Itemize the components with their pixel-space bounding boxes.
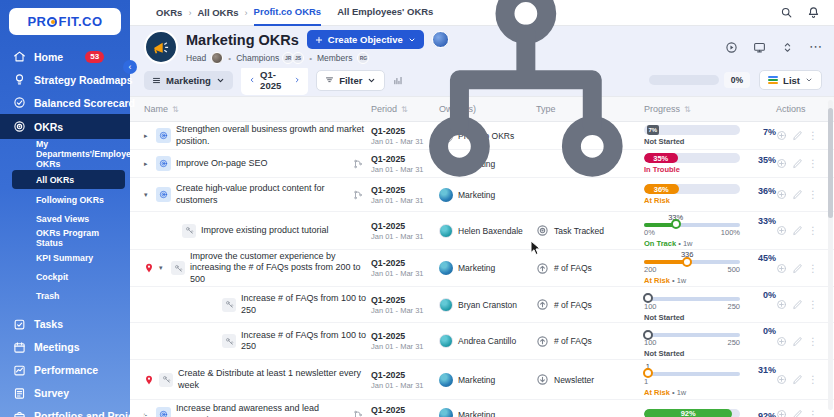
sidebar-item-performance[interactable]: Performance xyxy=(0,359,130,382)
sidebar-item-portfolios-and-projects[interactable]: Portfolios and Projects xyxy=(0,405,130,417)
progress-value: 36% xyxy=(740,184,776,196)
sidebar-subitem-saved-views[interactable]: Saved Views xyxy=(0,209,130,228)
filter-button[interactable]: Filter xyxy=(316,70,385,91)
sidebar-item-tasks[interactable]: Tasks xyxy=(0,313,130,336)
check-in-icon[interactable] xyxy=(776,263,787,274)
view-selector-button[interactable]: List xyxy=(759,70,822,90)
sidebar-collapse-button[interactable]: ‹ xyxy=(123,60,137,74)
alignment-icon[interactable] xyxy=(353,190,363,200)
okr-name[interactable]: Increase brand awareness and lead genera… xyxy=(176,403,348,417)
row-more-icon[interactable]: ⋮ xyxy=(808,130,818,141)
sidebar-item-home[interactable]: Home53 xyxy=(0,45,130,68)
edit-icon[interactable] xyxy=(792,336,803,347)
slider-handle[interactable] xyxy=(671,219,681,229)
owner-avatar[interactable] xyxy=(439,298,453,312)
owner-avatar[interactable] xyxy=(439,224,453,238)
row-more-icon[interactable]: ⋮ xyxy=(808,336,818,347)
slider-handle[interactable] xyxy=(643,293,653,303)
owner-avatar[interactable] xyxy=(439,373,453,387)
sidebar-subitem-following-okrs[interactable]: Following OKRs xyxy=(0,190,130,209)
alignment-icon[interactable] xyxy=(353,159,363,169)
slider-handle[interactable] xyxy=(643,330,653,340)
owner-avatar[interactable] xyxy=(439,334,453,348)
check-in-icon[interactable] xyxy=(776,158,787,169)
slider-handle[interactable] xyxy=(682,257,692,267)
member-avatar[interactable]: RG xyxy=(357,52,369,64)
champion-avatar[interactable]: JS xyxy=(292,52,304,64)
okr-name[interactable]: Strengthen overall business growth and m… xyxy=(176,124,371,147)
sort-icon[interactable]: ⇅ xyxy=(684,105,691,114)
sidebar-item-meetings[interactable]: Meetings xyxy=(0,336,130,359)
row-more-icon[interactable]: ⋮ xyxy=(808,225,818,236)
check-in-icon[interactable] xyxy=(776,374,787,385)
progress-marker[interactable]: 7% xyxy=(647,125,659,135)
search-icon[interactable] xyxy=(780,6,793,19)
sort-icon[interactable]: ⇅ xyxy=(172,105,179,114)
collapse-row-icon[interactable]: ▾ xyxy=(159,264,166,272)
expand-row-icon[interactable]: ▸ xyxy=(144,160,151,168)
row-more-icon[interactable]: ⋮ xyxy=(808,374,818,385)
row-more-icon[interactable]: ⋮ xyxy=(808,263,818,274)
row-more-icon[interactable]: ⋮ xyxy=(808,189,818,200)
breadcrumb-item[interactable]: OKRs xyxy=(156,7,182,18)
sidebar-subitem-cockpit[interactable]: Cockpit xyxy=(0,268,130,287)
more-options-icon[interactable]: ⋯ xyxy=(809,42,822,52)
sidebar-item-survey[interactable]: Survey xyxy=(0,382,130,405)
okr-name[interactable]: Increase # of FAQs from 100 to 250 xyxy=(241,293,371,316)
owner-avatar[interactable] xyxy=(439,408,453,417)
profit-co-logo[interactable]: PRFIT.CO xyxy=(9,8,121,35)
edit-icon[interactable] xyxy=(792,409,803,417)
okr-name[interactable]: Create high-value product content for cu… xyxy=(176,183,348,206)
alignment-icon[interactable] xyxy=(353,410,363,417)
check-in-icon[interactable] xyxy=(776,299,787,310)
edit-icon[interactable] xyxy=(792,158,803,169)
edit-icon[interactable] xyxy=(792,225,803,236)
sidebar-item-strategy-roadmaps[interactable]: Strategy Roadmaps xyxy=(0,68,130,91)
check-in-icon[interactable] xyxy=(776,409,787,417)
sidebar-item-okrs[interactable]: OKRs xyxy=(0,114,130,139)
owner-avatar[interactable] xyxy=(439,261,453,275)
sidebar-subitem-all-okrs[interactable]: All OKRs xyxy=(12,170,125,189)
period-label[interactable]: Q1-2025 xyxy=(260,69,289,91)
okr-name[interactable]: Improve On-page SEO xyxy=(176,158,268,169)
team-selector-button[interactable]: Marketing xyxy=(144,71,233,90)
check-in-icon[interactable] xyxy=(776,225,787,236)
edit-icon[interactable] xyxy=(792,130,803,141)
expand-collapse-icon[interactable] xyxy=(781,41,794,54)
row-more-icon[interactable]: ⋮ xyxy=(808,299,818,310)
expand-row-icon[interactable]: ▸ xyxy=(144,132,151,140)
edit-icon[interactable] xyxy=(792,189,803,200)
slider-handle[interactable] xyxy=(643,368,653,378)
next-period-icon[interactable] xyxy=(294,76,300,84)
collapse-row-icon[interactable]: ▾ xyxy=(144,191,151,199)
alignment-tree-icon[interactable]: 0 xyxy=(412,0,640,194)
tab-profit-co-okrs[interactable]: Profit.co OKRs xyxy=(254,0,322,26)
bell-icon[interactable] xyxy=(807,6,820,19)
check-in-icon[interactable] xyxy=(776,189,787,200)
check-in-icon[interactable] xyxy=(776,130,787,141)
row-more-icon[interactable]: ⋮ xyxy=(808,158,818,169)
insights-chart-icon[interactable] xyxy=(393,74,403,87)
sidebar-item-balanced-scorecard[interactable]: Balanced Scorecard xyxy=(0,91,130,114)
scrollbar-thumb[interactable] xyxy=(828,108,833,218)
row-more-icon[interactable]: ⋮ xyxy=(808,409,818,417)
check-in-icon[interactable] xyxy=(776,336,787,347)
sidebar-subitem-okrs-program-status[interactable]: OKRs Program Status xyxy=(0,228,130,248)
sort-icon[interactable]: ⇅ xyxy=(401,105,408,114)
okr-name[interactable]: Improve the customer experience by incre… xyxy=(190,251,371,285)
previous-period-icon[interactable] xyxy=(249,76,255,84)
edit-icon[interactable] xyxy=(792,299,803,310)
play-demo-icon[interactable] xyxy=(725,41,738,54)
sidebar-subitem-kpi-summary[interactable]: KPI Summary xyxy=(0,249,130,268)
sidebar-subitem-trash[interactable]: Trash xyxy=(0,287,130,306)
create-objective-button[interactable]: Create Objective xyxy=(307,30,424,49)
sidebar-subitem-my-departments-employees-okrs[interactable]: My Departments'/Employees' OKRs xyxy=(0,139,130,169)
okr-name[interactable]: Increase # of FAQs from 100 to 250 xyxy=(241,330,371,353)
breadcrumb-item[interactable]: All OKRs xyxy=(197,7,238,18)
okr-name[interactable]: Improve existing product tutorial xyxy=(201,225,329,236)
edit-icon[interactable] xyxy=(792,263,803,274)
edit-icon[interactable] xyxy=(792,374,803,385)
okr-name[interactable]: Create & Distribute at least 1 newslette… xyxy=(178,368,371,391)
head-avatar[interactable] xyxy=(211,52,223,64)
presentation-icon[interactable] xyxy=(753,41,766,54)
